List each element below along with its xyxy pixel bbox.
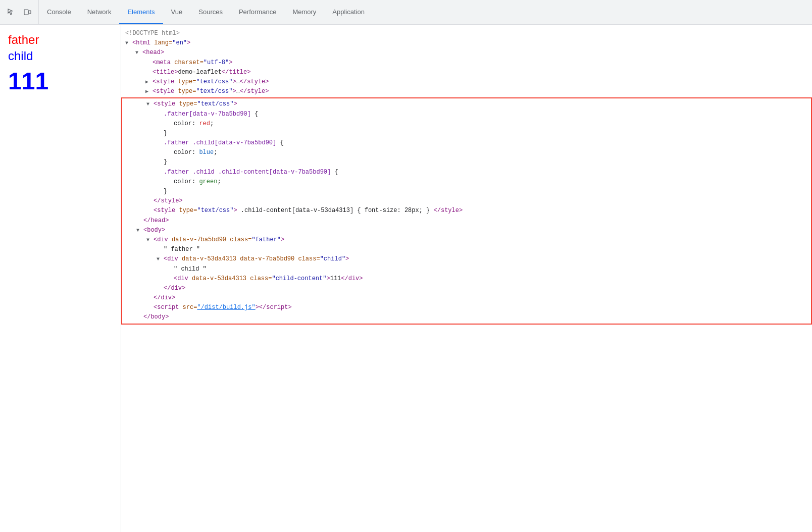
- style2-triangle[interactable]: [145, 88, 153, 96]
- div-father-close-line: </div>: [122, 293, 811, 303]
- doctype-line: <!DOCTYPE html>: [121, 29, 812, 38]
- svg-rect-1: [29, 11, 31, 14]
- div-child-open-line: <div data-v-53da4313 data-v-7ba5bd90 cla…: [122, 254, 811, 264]
- tab-memory[interactable]: Memory: [284, 0, 324, 24]
- html-lang-attr: lang=: [150, 38, 172, 48]
- preview-number-text: 111: [8, 67, 113, 95]
- inspect-element-button[interactable]: [4, 5, 18, 19]
- tab-vue[interactable]: Vue: [163, 0, 191, 24]
- rule1-sel-line: .father[data-v-7ba5bd90] {: [122, 110, 811, 119]
- body-open-line: <body>: [122, 226, 811, 235]
- rule2-sel-line: .father .child[data-v-7ba5bd90] {: [122, 138, 811, 148]
- page-preview: father child 111: [0, 25, 121, 532]
- div-father-triangle[interactable]: [146, 236, 154, 244]
- style4-line: <style type="text/css"> .child-content[d…: [122, 206, 811, 216]
- head-close-line: </head>: [122, 216, 811, 226]
- rule3-sel-line: .father .child .child-content[data-v-7ba…: [122, 168, 811, 177]
- div-content-line: <div data-v-53da4313 class="child-conten…: [122, 274, 811, 284]
- style2-line: <style type="text/css">…</style>: [121, 87, 812, 96]
- rule2-prop-line: color: blue;: [122, 148, 811, 157]
- title-line: <title>demo-leaflet</title>: [121, 68, 812, 77]
- style3-close-line: </style>: [122, 196, 811, 206]
- child-text-line: " child ": [122, 264, 811, 274]
- doctype-text: <!DOCTYPE html>: [125, 29, 180, 38]
- tab-console[interactable]: Console: [39, 0, 79, 24]
- html-open-line: <html lang="en">: [121, 38, 812, 48]
- style3-triangle[interactable]: [146, 100, 154, 109]
- body-triangle[interactable]: [136, 227, 143, 235]
- div-child-triangle[interactable]: [157, 255, 164, 263]
- preview-child-text: child: [8, 49, 113, 63]
- toolbar-tabs: Console Network Elements Vue Sources Per…: [39, 0, 812, 24]
- script-line: <script src="/dist/build.js"></script>: [122, 303, 811, 312]
- elements-panel[interactable]: <!DOCTYPE html> <html lang="en"> <head> …: [121, 25, 812, 532]
- tab-performance[interactable]: Performance: [231, 0, 284, 24]
- head-triangle[interactable]: [135, 49, 142, 57]
- rule2-close-line: }: [122, 157, 811, 167]
- highlight-inner: <style type="text/css"> .father[data-v-7…: [122, 98, 811, 323]
- tab-network[interactable]: Network: [79, 0, 120, 24]
- toolbar-icons: [0, 0, 39, 24]
- tab-application[interactable]: Application: [324, 0, 373, 24]
- rule3-prop-line: color: green;: [122, 177, 811, 187]
- rule1-prop-line: color: red;: [122, 119, 811, 129]
- div-child-close-line: </div>: [122, 284, 811, 293]
- html-triangle[interactable]: [125, 39, 132, 47]
- style1-line: <style type="text/css">…</style>: [121, 77, 812, 87]
- tab-sources[interactable]: Sources: [190, 0, 231, 24]
- body-close-line: </body>: [122, 312, 811, 322]
- html-tag: <html: [132, 38, 150, 48]
- rule3-close-line: }: [122, 187, 811, 196]
- father-text-line: " father ": [122, 245, 811, 254]
- meta-line: <meta charset="utf-8">: [121, 58, 812, 68]
- main-area: father child 111 <!DOCTYPE html> <html l…: [0, 25, 812, 532]
- highlight-box: <style type="text/css"> .father[data-v-7…: [121, 97, 812, 324]
- devtools-toolbar: Console Network Elements Vue Sources Per…: [0, 0, 812, 25]
- rule1-close-line: }: [122, 129, 811, 138]
- style1-triangle[interactable]: [145, 78, 153, 86]
- preview-father-text: father: [8, 33, 113, 47]
- head-open-line: <head>: [121, 48, 812, 58]
- style3-open-line: <style type="text/css">: [122, 99, 811, 109]
- tab-elements[interactable]: Elements: [119, 0, 163, 24]
- device-toolbar-button[interactable]: [20, 5, 34, 19]
- svg-rect-0: [24, 10, 28, 15]
- div-father-open-line: <div data-v-7ba5bd90 class="father">: [122, 235, 811, 245]
